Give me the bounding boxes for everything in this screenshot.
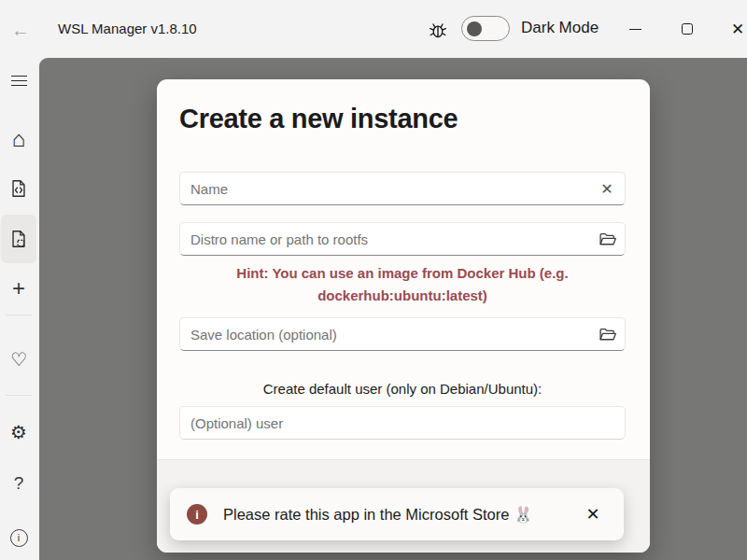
dark-mode-toggle[interactable] <box>461 16 510 41</box>
toggle-knob <box>467 21 482 36</box>
save-location-field-wrapper <box>179 317 626 351</box>
close-icon: ✕ <box>731 20 744 39</box>
question-mark-icon: ? <box>14 473 24 494</box>
minimize-icon <box>629 29 641 30</box>
sidebar-item-about[interactable]: i <box>1 522 36 553</box>
sidebar-divider <box>6 395 32 396</box>
sidebar-divider <box>6 315 32 315</box>
plus-icon: + <box>12 275 25 301</box>
maximize-button[interactable] <box>669 13 706 45</box>
open-folder-icon <box>598 325 617 344</box>
sidebar-item-favorites[interactable]: ♡ <box>1 343 36 375</box>
sidebar: ⌂ + ♡ ⚙ ? i <box>0 58 39 560</box>
back-button[interactable]: ← <box>7 17 34 43</box>
gear-icon: ⚙ <box>10 421 27 443</box>
browse-save-location-button[interactable] <box>594 321 620 347</box>
info-icon: i <box>10 529 28 547</box>
code-document-icon <box>8 178 29 199</box>
debug-button[interactable] <box>426 18 450 42</box>
toast-message: Please rate this app in the Microsoft St… <box>223 506 533 524</box>
heart-icon: ♡ <box>10 348 27 371</box>
create-instance-dialog: Create a new instance ✕ Hint: You can us… <box>157 79 650 553</box>
home-icon: ⌂ <box>12 128 26 150</box>
sidebar-item-help[interactable]: ? <box>1 468 36 499</box>
default-user-input[interactable] <box>179 406 626 440</box>
sidebar-menu-button[interactable] <box>1 64 36 96</box>
toast-info-icon: i <box>187 504 207 525</box>
sidebar-item-settings[interactable]: ⚙ <box>1 416 36 448</box>
sidebar-item-instances[interactable] <box>1 173 36 204</box>
open-folder-icon <box>598 230 617 249</box>
toast-close-button[interactable]: ✕ <box>579 500 607 528</box>
save-location-input[interactable] <box>179 317 626 351</box>
sidebar-item-add[interactable]: + <box>1 273 36 304</box>
distro-input[interactable] <box>179 222 626 256</box>
maximize-icon <box>682 23 693 35</box>
hamburger-icon <box>11 76 27 86</box>
dark-mode-label: Dark Mode <box>521 19 599 37</box>
docker-hub-hint: Hint: You can use an image from Docker H… <box>179 262 626 307</box>
close-icon: ✕ <box>585 504 599 525</box>
distro-field-wrapper <box>179 222 626 256</box>
default-user-label: Create default user (only on Debian/Ubun… <box>179 381 626 397</box>
sidebar-item-create-instance[interactable] <box>1 215 36 263</box>
rate-app-toast: i Please rate this app in the Microsoft … <box>170 488 624 540</box>
browse-rootfs-button[interactable] <box>594 226 620 252</box>
dialog-title: Create a new instance <box>179 104 458 134</box>
app-title: WSL Manager v1.8.10 <box>58 21 197 36</box>
bug-icon <box>428 20 448 40</box>
name-field-wrapper: ✕ <box>179 172 626 205</box>
minimize-button[interactable] <box>616 13 654 45</box>
titlebar: ← WSL Manager v1.8.10 Dark Mode ✕ <box>0 0 747 58</box>
clear-name-button[interactable]: ✕ <box>594 175 620 202</box>
back-arrow-icon: ← <box>11 20 30 41</box>
sidebar-item-home[interactable]: ⌂ <box>1 123 36 155</box>
close-window-button[interactable]: ✕ <box>719 13 747 45</box>
user-field-wrapper <box>179 406 626 440</box>
name-input[interactable] <box>179 172 626 205</box>
new-document-icon <box>8 229 29 249</box>
clear-icon: ✕ <box>600 180 613 198</box>
